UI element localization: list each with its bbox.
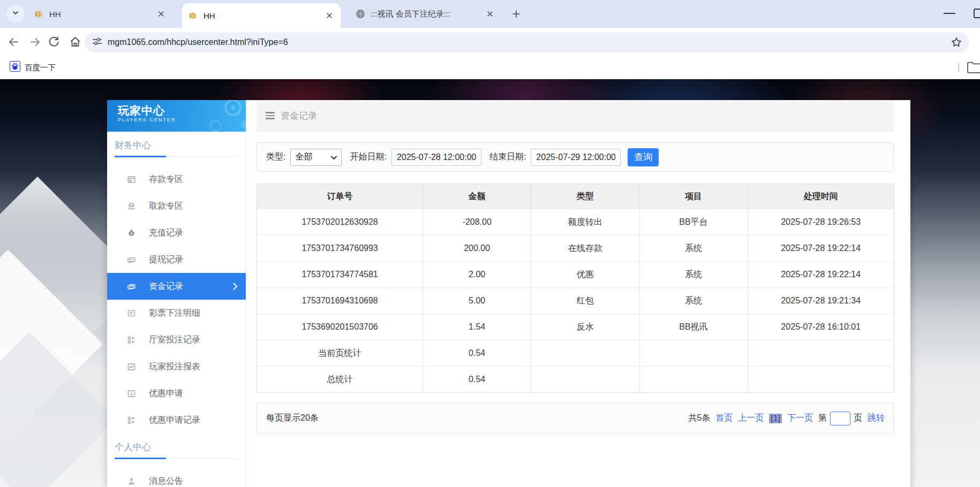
table-cell: 1.54: [423, 314, 531, 340]
sidebar-item-deposit[interactable]: 存款专区: [107, 166, 246, 193]
promo-ticket-icon: ¥: [127, 389, 136, 398]
back-button[interactable]: [7, 36, 20, 48]
sidebar-item-label: 取款专区: [149, 201, 183, 212]
tab-search-button[interactable]: [6, 5, 25, 23]
summary-value: 0.54: [423, 340, 531, 366]
type-select[interactable]: 全部: [290, 149, 342, 166]
chevron-down-icon: [331, 153, 337, 162]
table-row: 1753701734774581 2.00 优惠 系统 2025-07-28 1…: [257, 261, 894, 287]
sidebar-item-label: 存款专区: [149, 174, 183, 185]
sidebar-item-label: 优惠申请: [149, 388, 183, 399]
grid-list-icon: [127, 416, 136, 425]
tab-hh-2-active[interactable]: HH: [182, 3, 341, 28]
section-underline: [115, 458, 238, 459]
page-title: 资金记录: [281, 110, 317, 122]
sidebar-item-funds-records[interactable]: 资金记录: [107, 273, 246, 300]
user-center-panel: 玩家中心 PLAYERS CENTER 财务中心: [107, 100, 910, 487]
money-bag-icon: ¥: [127, 229, 136, 238]
bookmark-baidu[interactable]: 百度一下: [6, 60, 59, 75]
start-date-input[interactable]: [391, 149, 481, 166]
search-button[interactable]: 查询: [628, 148, 659, 166]
globe-icon: [356, 9, 365, 19]
sidebar-item-messages[interactable]: 消息公告: [107, 468, 246, 487]
sidebar-item-promo-apply[interactable]: ¥ 优惠申请: [107, 380, 246, 407]
table-cell: 2025-07-28 16:10:01: [748, 314, 894, 340]
tab-close-button[interactable]: [156, 9, 166, 19]
sidebar-item-lottery-bets[interactable]: 彩票下注明细: [107, 300, 246, 326]
pagination-controls: 共5条 首页 上一页 [1] 下一页 第 页 跳转: [688, 412, 885, 425]
table-cell: 系统: [639, 261, 747, 287]
sidebar-item-withdraw-records[interactable]: 提现记录: [107, 246, 246, 273]
page-jump-input[interactable]: [830, 412, 850, 425]
pagination-bar: 每页显示20条 共5条 首页 上一页 [1] 下一页 第 页 跳转: [257, 402, 894, 434]
column-header: 订单号: [257, 184, 423, 209]
table-summary-row: 当前页统计 0.54: [257, 340, 894, 366]
tab-strip: HH HH :::视讯 会员下注纪录:::: [0, 0, 980, 28]
tab-close-button[interactable]: [325, 11, 334, 20]
sidebar-item-label: 厅室投注记录: [149, 334, 200, 346]
table-cell: 2025-07-28 19:22:14: [748, 261, 894, 287]
table-cell: -208.00: [423, 209, 531, 235]
table-cell-empty: [531, 366, 639, 392]
reload-button[interactable]: [48, 36, 60, 48]
table-header-row: 订单号 金额 类型 项目 处理时间: [257, 184, 894, 209]
sidebar-item-label: 资金记录: [149, 281, 183, 292]
funds-table: 订单号 金额 类型 项目 处理时间 1753702012630928 -208.…: [257, 184, 894, 393]
bookmarks-separator: [958, 63, 959, 72]
table-cell-empty: [748, 340, 894, 366]
next-page-link[interactable]: 下一页: [787, 413, 813, 424]
end-date-label: 结束日期:: [489, 151, 526, 163]
deposit-card-icon: [127, 175, 136, 184]
menu-toggle-icon[interactable]: [266, 110, 275, 121]
column-header: 金额: [423, 184, 531, 209]
table-cell: 2025-07-28 19:22:14: [748, 235, 894, 261]
home-button[interactable]: [69, 36, 81, 48]
funds-cards-icon: [127, 282, 136, 291]
tab-shixun[interactable]: :::视讯 会员下注纪录:::: [349, 3, 501, 25]
main-content: 资金记录 类型: 全部 开始日期: 结束日期: 查询: [246, 100, 910, 487]
summary-value: 0.54: [423, 366, 531, 392]
sidebar-header: 玩家中心 PLAYERS CENTER: [107, 100, 246, 132]
table-cell: 系统: [639, 235, 747, 261]
table-row: 1753690201503706 1.54 反水 BB视讯 2025-07-28…: [257, 314, 894, 340]
new-tab-button[interactable]: [509, 6, 524, 21]
prev-page-link[interactable]: 上一页: [738, 413, 764, 424]
table-row: 1753701694310698 5.00 红包 系统 2025-07-28 1…: [257, 287, 894, 314]
sidebar-item-label: 提现记录: [149, 254, 183, 265]
sidebar-item-label: 优惠申请记录: [149, 415, 200, 426]
tab-close-button[interactable]: [485, 9, 495, 19]
baidu-icon: [10, 61, 20, 74]
sidebar-menu: 存款专区 取款专区 ¥ 充值记录: [107, 166, 246, 433]
url-bar[interactable]: mgm1065.com/hhcp/usercenter.html?iniType…: [85, 32, 969, 52]
first-page-link[interactable]: 首页: [715, 413, 733, 424]
tab-hh-1[interactable]: HH: [28, 3, 172, 25]
bookmark-star-icon[interactable]: [951, 36, 962, 48]
jump-link[interactable]: 跳转: [868, 413, 885, 424]
window-maximize-button[interactable]: [974, 9, 980, 18]
sidebar-item-label: 彩票下注明细: [149, 308, 200, 319]
column-header: 项目: [639, 184, 747, 209]
sidebar-menu-personal: 消息公告: [107, 468, 246, 487]
current-page-indicator: [1]: [769, 414, 782, 423]
jump-suffix-label: 页: [854, 413, 862, 424]
forward-button[interactable]: [29, 36, 41, 48]
hh-gold-favicon: [189, 11, 198, 20]
sidebar-item-recharge-records[interactable]: ¥ 充值记录: [107, 219, 246, 246]
site-info-icon[interactable]: [92, 36, 102, 49]
table-cell: 额度转出: [531, 209, 639, 235]
sidebar-item-withdraw[interactable]: 取款专区: [107, 193, 246, 219]
other-bookmarks-folder-icon[interactable]: [967, 61, 980, 74]
sidebar-item-promo-records[interactable]: 优惠申请记录: [107, 407, 246, 433]
hh-gold-favicon: [34, 9, 44, 19]
table-cell: 5.00: [423, 287, 531, 314]
chart-report-icon: [127, 362, 136, 371]
tab-title: :::视讯 会员下注纪录:::: [371, 9, 481, 19]
window-minimize-button[interactable]: [944, 13, 955, 14]
column-header: 类型: [531, 184, 639, 209]
sidebar-item-bet-report[interactable]: 玩家投注报表: [107, 353, 246, 380]
sidebar-item-hall-bets[interactable]: 厅室投注记录: [107, 326, 246, 353]
table-cell: 1753701734774581: [257, 261, 423, 287]
end-date-input[interactable]: [531, 149, 621, 166]
table-row: 1753702012630928 -208.00 额度转出 BB平台 2025-…: [257, 209, 894, 235]
browser-window: HH HH :::视讯 会员下注纪录:::: [0, 0, 980, 487]
